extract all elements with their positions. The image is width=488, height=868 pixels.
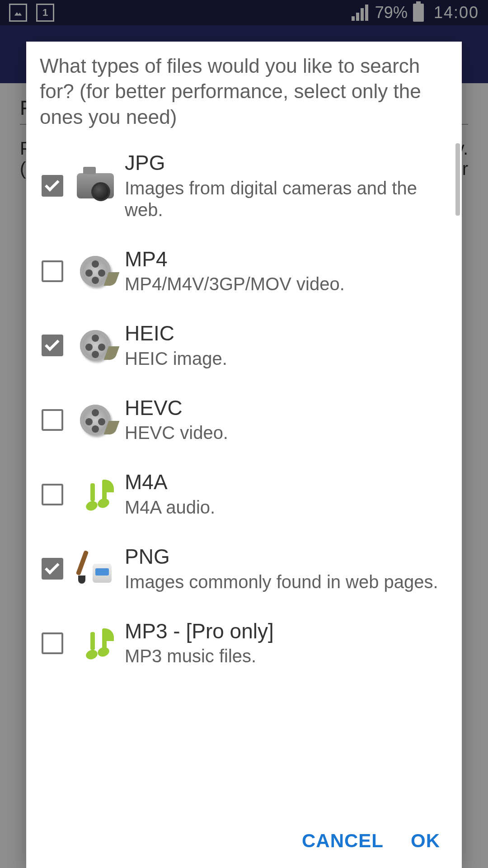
option-text: HEVCHEVC video. (125, 396, 446, 444)
checkbox[interactable] (42, 260, 63, 282)
option-description: MP4/M4V/3GP/MOV video. (125, 273, 446, 295)
option-description: HEVC video. (125, 422, 446, 443)
checkbox[interactable] (42, 335, 63, 356)
file-type-option[interactable]: HEICHEIC image. (40, 308, 448, 383)
dialog-actions: CANCEL OK (26, 818, 462, 868)
paint-icon (76, 549, 115, 588)
option-title: HEVC (125, 396, 446, 420)
file-type-option[interactable]: JPGImages from digital cameras and the w… (40, 138, 448, 234)
file-type-option[interactable]: PNGImages commonly found in web pages. (40, 532, 448, 606)
music-icon (76, 624, 115, 663)
checkbox[interactable] (42, 175, 63, 197)
option-description: M4A audio. (125, 496, 446, 518)
option-title: PNG (125, 545, 446, 568)
options-list[interactable]: JPGImages from digital cameras and the w… (26, 138, 462, 818)
cancel-button[interactable]: CANCEL (302, 830, 384, 852)
option-description: Images commonly found in web pages. (125, 571, 446, 593)
file-type-option[interactable]: M4AM4A audio. (40, 457, 448, 532)
checkbox[interactable] (42, 558, 63, 580)
option-description: MP3 music files. (125, 645, 446, 667)
music-icon (76, 475, 115, 514)
file-type-option[interactable]: MP3 - [Pro only]MP3 music files. (40, 606, 448, 681)
checkbox[interactable] (42, 409, 63, 431)
option-title: M4A (125, 471, 446, 494)
dialog-title: What types of files would you like to se… (26, 42, 462, 138)
option-text: JPGImages from digital cameras and the w… (125, 151, 446, 221)
reel-icon (76, 401, 115, 439)
scrollbar-thumb[interactable] (455, 143, 460, 216)
option-text: MP4MP4/M4V/3GP/MOV video. (125, 248, 446, 295)
file-type-option[interactable]: MP4MP4/M4V/3GP/MOV video. (40, 234, 448, 309)
reel-icon (76, 252, 115, 291)
reel-icon (76, 326, 115, 365)
option-title: MP3 - [Pro only] (125, 620, 446, 643)
option-text: HEICHEIC image. (125, 322, 446, 369)
option-text: M4AM4A audio. (125, 471, 446, 518)
option-description: HEIC image. (125, 348, 446, 369)
checkbox[interactable] (42, 484, 63, 505)
option-title: MP4 (125, 248, 446, 271)
camera-icon (76, 166, 115, 205)
file-types-dialog: What types of files would you like to se… (26, 42, 462, 868)
option-title: JPG (125, 151, 446, 175)
option-title: HEIC (125, 322, 446, 345)
ok-button[interactable]: OK (411, 830, 440, 852)
option-text: MP3 - [Pro only]MP3 music files. (125, 620, 446, 667)
checkbox[interactable] (42, 632, 63, 654)
file-type-option[interactable]: HEVCHEVC video. (40, 383, 448, 458)
option-description: Images from digital cameras and the web. (125, 177, 446, 221)
option-text: PNGImages commonly found in web pages. (125, 545, 446, 593)
